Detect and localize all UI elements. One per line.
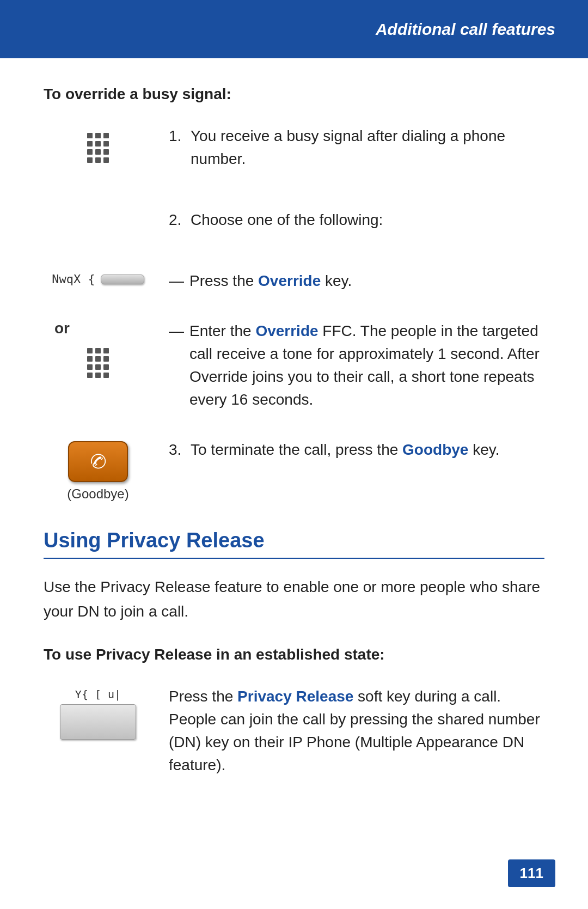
privacy-release-section: Using Privacy Release Use the Privacy Re…	[44, 529, 544, 777]
override-heading: To override a busy signal:	[44, 86, 544, 103]
privacy-release-body: Use the Privacy Release feature to enabl…	[44, 575, 544, 624]
step-3-list-item: 3. To terminate the call, press the Good…	[169, 438, 544, 461]
keypad-icon-2	[87, 348, 109, 378]
step-3-content: To terminate the call, press the Goodbye…	[191, 438, 499, 461]
step-2-image-empty	[44, 209, 152, 211]
step-2-text: 2. Choose one of the following:	[152, 209, 544, 242]
step-1-list-item: 1. You receive a busy signal after diali…	[169, 125, 544, 170]
sub-option-a-row: NwqX { — Press the Override key.	[44, 270, 544, 303]
softkey-label-top: Y{ [ u|	[75, 688, 121, 701]
step-1-content: You receive a busy signal after dialing …	[191, 125, 544, 170]
step-2-row: 2. Choose one of the following:	[44, 209, 544, 242]
override-key-label: NwqX {	[52, 272, 95, 286]
privacy-release-softkey	[60, 704, 136, 740]
override-link-a: Override	[258, 272, 321, 289]
keypad-icon	[87, 133, 109, 163]
step-3-num: 3.	[169, 438, 191, 461]
override-key-button	[101, 274, 144, 284]
privacy-instruction: Press the Privacy Release soft key durin…	[169, 685, 544, 777]
or-label: or	[44, 320, 70, 337]
section-divider	[44, 558, 544, 559]
sub-option-b-text: — Enter the Override FFC. The people in …	[152, 320, 544, 422]
privacy-step-image: Y{ [ u|	[44, 685, 152, 740]
goodbye-link: Goodbye	[402, 441, 468, 458]
sub-option-b-content: — Enter the Override FFC. The people in …	[169, 320, 544, 411]
page-number: 111	[508, 859, 555, 887]
step-2-num: 2.	[169, 209, 191, 231]
step-3-image: ✆ (Goodbye)	[44, 438, 152, 502]
sub-option-b-image: or	[44, 320, 152, 383]
step-1-text: 1. You receive a busy signal after diali…	[152, 125, 544, 181]
privacy-release-sub-heading: To use Privacy Release in an established…	[44, 646, 544, 663]
sub-option-a-text: — Press the Override key.	[152, 270, 544, 303]
step-1-image	[44, 125, 152, 168]
step-3-text: 3. To terminate the call, press the Good…	[152, 438, 544, 472]
step-1-row: 1. You receive a busy signal after diali…	[44, 125, 544, 181]
sub-option-b-row: or — Enter the Override FFC. The people …	[44, 320, 544, 422]
goodbye-label: (Goodbye)	[67, 486, 128, 502]
goodbye-button-icon: ✆	[68, 441, 128, 482]
header-title: Additional call features	[376, 20, 555, 39]
dash-b: —	[169, 320, 184, 343]
dash-a: —	[169, 270, 184, 292]
sub-option-a-sentence: Press the Override key.	[189, 270, 352, 292]
privacy-release-title: Using Privacy Release	[44, 529, 544, 552]
step-2-content: Choose one of the following:	[191, 209, 383, 231]
sub-option-a-image: NwqX {	[44, 270, 152, 286]
header-bar: Additional call features	[0, 0, 588, 58]
override-section: To override a busy signal: 1. You receiv…	[44, 86, 544, 502]
privacy-release-link: Privacy Release	[237, 688, 353, 705]
step-1-num: 1.	[169, 125, 191, 148]
privacy-step-text: Press the Privacy Release soft key durin…	[152, 685, 544, 777]
sub-option-b-sentence: Enter the Override FFC. The people in th…	[189, 320, 544, 411]
phone-icon: ✆	[87, 448, 110, 475]
override-link-b: Override	[255, 322, 318, 339]
sub-option-a-content: — Press the Override key.	[169, 270, 544, 292]
main-content: To override a busy signal: 1. You receiv…	[0, 58, 588, 847]
privacy-step-row: Y{ [ u| Press the Privacy Release soft k…	[44, 685, 544, 777]
step-2-list-item: 2. Choose one of the following:	[169, 209, 544, 231]
step-3-row: ✆ (Goodbye) 3. To terminate the call, pr…	[44, 438, 544, 502]
